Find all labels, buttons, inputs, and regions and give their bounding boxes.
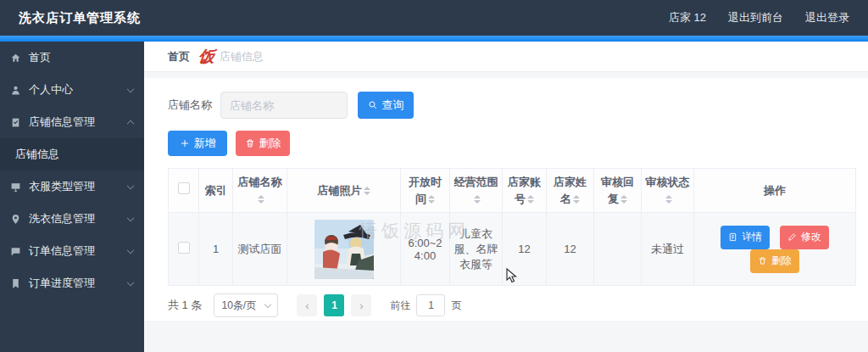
sort-icon[interactable]	[474, 195, 481, 204]
table-toolbar: 新增 删除	[168, 131, 855, 156]
row-owner-name: 12	[547, 213, 594, 286]
col-open-time[interactable]: 开放时间	[401, 169, 450, 213]
trash-icon	[245, 138, 255, 148]
message-icon	[9, 245, 21, 257]
col-owner-account[interactable]: 店家账号	[503, 169, 547, 213]
goto-label: 前往	[390, 299, 410, 313]
row-business-scope: 儿童衣服、名牌衣服等	[450, 213, 503, 286]
row-checkbox[interactable]	[178, 242, 190, 254]
sidebar-item-label: 洗衣信息管理	[29, 211, 127, 226]
pagination: 共 1 条 10条/页 ‹ 1 › 前往 页	[168, 293, 855, 317]
home-icon	[9, 52, 21, 64]
user-icon	[9, 84, 21, 96]
sidebar-item-shop-info-mgmt[interactable]: 店铺信息管理	[0, 106, 144, 138]
sidebar-item-home[interactable]: 首页	[0, 42, 144, 74]
sidebar-item-label: 订单进度管理	[29, 276, 127, 291]
prev-page-button[interactable]: ‹	[297, 294, 317, 316]
sidebar-subitem-shop-info[interactable]: 店铺信息	[0, 138, 144, 170]
sort-icon[interactable]	[258, 195, 264, 204]
breadcrumb-home[interactable]: 首页	[168, 49, 190, 64]
logout-link[interactable]: 退出登录	[805, 10, 849, 25]
sidebar-item-label: 店铺信息管理	[29, 115, 127, 130]
sidebar-subitem-label: 店铺信息	[15, 147, 59, 162]
goto-unit: 页	[451, 299, 461, 313]
trash-icon	[758, 256, 767, 265]
sidebar-item-order-info-mgmt[interactable]: 订单信息管理	[0, 235, 144, 267]
row-shop-photo	[287, 213, 401, 286]
row-review-status: 未通过	[642, 213, 694, 286]
sort-icon[interactable]	[665, 195, 672, 204]
row-select-cell	[169, 213, 199, 286]
monitor-icon	[9, 181, 21, 193]
edit-button[interactable]: 修改	[780, 226, 829, 249]
sidebar-item-laundry-info-mgmt[interactable]: 洗衣信息管理	[0, 203, 144, 235]
plus-icon	[180, 138, 190, 148]
chevron-down-icon	[127, 278, 134, 285]
add-button[interactable]: 新增	[168, 131, 227, 156]
col-review-reply[interactable]: 审核回复	[594, 169, 642, 213]
detail-button[interactable]: 详情	[721, 226, 770, 249]
page-size-select[interactable]: 10条/页	[214, 293, 278, 317]
col-owner-name[interactable]: 店家姓名	[547, 169, 594, 213]
query-button[interactable]: 查询	[358, 92, 414, 119]
shop-photo-image[interactable]	[314, 220, 374, 279]
sort-icon[interactable]	[620, 195, 627, 204]
shop-info-panel: 悟饭源码网 店铺名称 查询 新增 删除	[144, 78, 868, 321]
sort-icon[interactable]	[527, 195, 534, 204]
bookmark-icon	[9, 277, 21, 289]
row-delete-button[interactable]: 删除	[750, 249, 799, 273]
col-review-status[interactable]: 审核状态	[642, 169, 694, 213]
select-all-checkbox[interactable]	[178, 182, 190, 194]
search-icon	[368, 100, 378, 110]
total-count: 共 1 条	[168, 298, 202, 313]
row-review-reply	[594, 213, 642, 286]
shop-name-input[interactable]	[220, 92, 348, 119]
sort-icon[interactable]	[364, 187, 370, 195]
chevron-down-icon	[127, 214, 134, 221]
sidebar-item-order-progress-mgmt[interactable]: 订单进度管理	[0, 267, 144, 299]
document-icon	[728, 232, 737, 242]
sidebar-item-label: 首页	[29, 50, 134, 65]
col-shop-name[interactable]: 店铺名称	[233, 169, 287, 213]
row-open-time: 6:00~24:00	[401, 213, 450, 286]
top-bar: 洗衣店订单管理系统 店家 12 退出到前台 退出登录	[0, 0, 868, 36]
table-row: 1 测试店面	[169, 213, 856, 286]
search-field-label: 店铺名称	[168, 98, 212, 113]
delete-button[interactable]: 删除	[236, 131, 290, 156]
main-content: 首页 饭 店铺信息 悟饭源码网 店铺名称 查询 新增 删除	[144, 42, 868, 352]
exit-to-front-link[interactable]: 退出到前台	[728, 10, 783, 25]
chevron-down-icon	[264, 300, 271, 307]
pencil-icon	[787, 232, 797, 242]
chevron-down-icon	[127, 182, 134, 188]
breadcrumb: 首页 饭 店铺信息	[144, 42, 868, 72]
breadcrumb-current: 店铺信息	[220, 49, 264, 64]
col-index: 索引	[199, 169, 233, 213]
next-page-button[interactable]: ›	[351, 294, 371, 316]
row-owner-account: 12	[503, 213, 547, 286]
sidebar-item-profile[interactable]: 个人中心	[0, 74, 144, 106]
shop-table: 索引 店铺名称 店铺照片 开放时间 经营范围 店家账号 店家姓名 审核回复 审核…	[168, 168, 856, 286]
col-shop-photo[interactable]: 店铺照片	[287, 169, 401, 213]
sidebar-item-label: 个人中心	[29, 82, 127, 98]
sort-icon[interactable]	[573, 195, 580, 204]
sidebar-item-label: 衣服类型管理	[29, 179, 127, 194]
sidebar-item-clothes-type-mgmt[interactable]: 衣服类型管理	[0, 170, 144, 203]
chevron-up-icon	[127, 120, 134, 127]
row-actions-cell: 详情 修改 删除	[694, 213, 856, 286]
table-header-row: 索引 店铺名称 店铺照片 开放时间 经营范围 店家账号 店家姓名 审核回复 审核…	[169, 169, 856, 213]
select-all-header	[169, 169, 199, 213]
sort-icon[interactable]	[428, 195, 435, 204]
search-form: 店铺名称 查询	[168, 92, 855, 119]
app-title: 洗衣店订单管理系统	[19, 10, 141, 26]
goto-page: 前往 页	[390, 294, 461, 316]
accent-bar	[0, 36, 868, 42]
watermark-logo-glyph: 饭	[197, 46, 216, 68]
col-business-scope[interactable]: 经营范围	[450, 169, 503, 213]
goto-page-input[interactable]	[416, 294, 445, 316]
row-index: 1	[199, 213, 233, 286]
chevron-down-icon	[127, 85, 134, 92]
current-page-button[interactable]: 1	[324, 294, 344, 316]
top-links: 店家 12 退出到前台 退出登录	[669, 10, 849, 25]
col-actions: 操作	[694, 169, 856, 213]
sidebar: 首页 个人中心 店铺信息管理 店铺信息 衣服类型管理 洗衣信息管理 订单信息管理…	[0, 42, 144, 352]
